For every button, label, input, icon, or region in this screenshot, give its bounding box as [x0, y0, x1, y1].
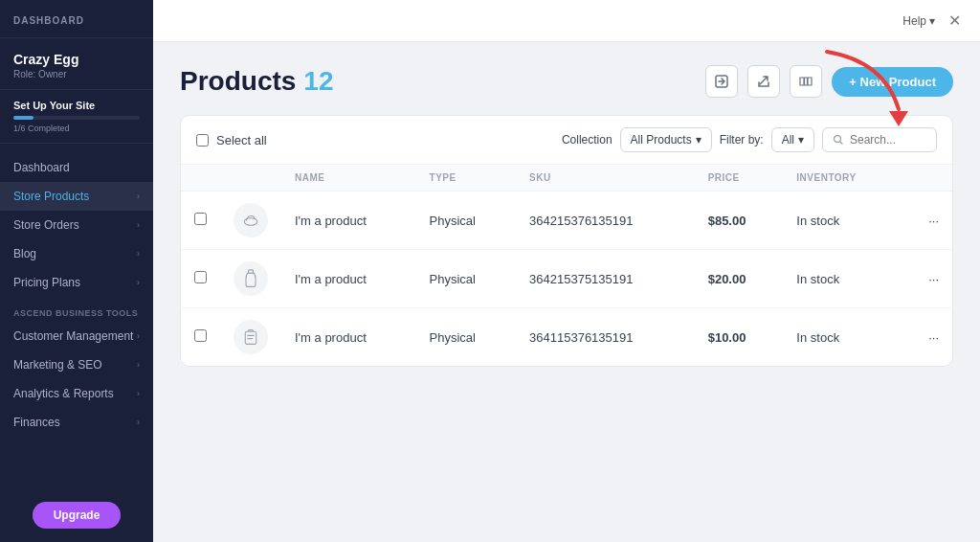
- sidebar-item-store-products[interactable]: Store Products ›: [0, 182, 153, 211]
- select-all-label: Select all: [216, 133, 267, 147]
- chevron-right-icon: ›: [137, 331, 140, 341]
- products-table-card: Select all Collection All Products ▾ Fil…: [180, 115, 953, 367]
- search-icon: [833, 134, 844, 146]
- sidebar-section-title-tools: Ascend Business Tools: [0, 297, 153, 322]
- sidebar-item-label-analytics-reports: Analytics & Reports: [13, 387, 114, 400]
- sidebar-progress-text: 1/6 Completed: [13, 124, 140, 133]
- collection-value: All Products: [631, 133, 692, 147]
- row-inventory: In stock: [783, 250, 902, 308]
- sidebar-item-pricing-plans[interactable]: Pricing Plans ›: [0, 268, 153, 297]
- th-name: NAME: [281, 165, 416, 192]
- sidebar-item-label-customer-management: Customer Management: [13, 329, 133, 343]
- filter-value: All: [782, 133, 794, 147]
- sidebar-item-label-pricing-plans: Pricing Plans: [13, 276, 80, 289]
- sidebar-item-label-store-orders: Store Orders: [13, 218, 79, 232]
- upgrade-button[interactable]: Upgrade: [33, 502, 122, 529]
- select-all-area: Select all: [196, 133, 267, 147]
- search-box: [822, 127, 937, 152]
- row-checkbox-cell: [181, 250, 220, 308]
- row-name: I'm a product: [281, 250, 416, 308]
- row-image-cell: [220, 250, 281, 308]
- bottle-icon: [244, 269, 257, 288]
- th-type: TYPE: [416, 165, 517, 192]
- row-name: I'm a product: [281, 192, 416, 250]
- row-checkbox[interactable]: [194, 213, 207, 225]
- collection-label: Collection: [562, 133, 612, 147]
- columns-icon: [799, 75, 813, 88]
- search-input[interactable]: [850, 133, 926, 147]
- sidebar-item-label-marketing-seo: Marketing & SEO: [13, 358, 102, 372]
- sidebar-item-dashboard[interactable]: Dashboard: [0, 153, 153, 182]
- row-checkbox[interactable]: [194, 271, 207, 283]
- products-table: NAME TYPE SKU PRICE INVENTORY: [181, 165, 952, 366]
- row-inventory: In stock: [783, 192, 902, 250]
- chevron-right-icon: ›: [137, 192, 140, 201]
- sidebar-user-section: Crazy Egg Role: Owner: [0, 38, 153, 90]
- th-price: PRICE: [695, 165, 784, 192]
- sidebar-item-label-blog: Blog: [13, 247, 36, 260]
- sidebar-item-label-dashboard: Dashboard: [13, 161, 70, 174]
- table-row: I'm a product Physical 364215375135191 $…: [181, 250, 952, 308]
- row-price: $20.00: [695, 250, 784, 308]
- import-icon: [715, 75, 728, 88]
- help-menu[interactable]: Help ▾: [902, 14, 935, 28]
- row-name: I'm a product: [281, 308, 416, 367]
- table-filter-group: Collection All Products ▾ Filter by: All…: [562, 127, 937, 152]
- topbar: Help ▾ ✕: [153, 0, 980, 42]
- row-actions-button[interactable]: ···: [902, 192, 952, 250]
- row-price: $85.00: [695, 192, 784, 250]
- progress-bar-fill: [13, 116, 33, 120]
- sidebar-item-marketing-seo[interactable]: Marketing & SEO ›: [0, 350, 153, 379]
- sidebar-setup-section: Set Up Your Site 1/6 Completed: [0, 90, 153, 144]
- filter-dropdown[interactable]: All ▾: [771, 127, 814, 152]
- chevron-right-icon: ›: [137, 389, 140, 398]
- row-actions-button[interactable]: ···: [902, 308, 952, 367]
- sidebar-item-blog[interactable]: Blog ›: [0, 239, 153, 268]
- sidebar-item-label-finances: Finances: [13, 416, 60, 429]
- import-icon-button[interactable]: [705, 65, 738, 98]
- row-type: Physical: [416, 308, 517, 367]
- sidebar-item-store-orders[interactable]: Store Orders ›: [0, 211, 153, 239]
- th-sku: SKU: [516, 165, 695, 192]
- sidebar-item-analytics-reports[interactable]: Analytics & Reports ›: [0, 379, 153, 408]
- row-checkbox[interactable]: [194, 329, 207, 342]
- th-inventory: INVENTORY: [783, 165, 902, 192]
- th-checkbox: [181, 165, 220, 192]
- sidebar-upgrade-section: Upgrade: [0, 488, 153, 542]
- sidebar-item-finances[interactable]: Finances ›: [0, 408, 153, 437]
- sidebar: DASHBOARD Crazy Egg Role: Owner Set Up Y…: [0, 0, 153, 542]
- select-all-checkbox[interactable]: [196, 134, 209, 147]
- export-icon: [757, 75, 770, 88]
- content-area: Products 12: [153, 42, 980, 542]
- row-actions-button[interactable]: ···: [902, 250, 952, 308]
- settings-icon-button[interactable]: [790, 65, 822, 98]
- filter-by-label: Filter by:: [720, 133, 764, 147]
- th-actions: [902, 165, 952, 192]
- row-price: $10.00: [695, 308, 784, 367]
- table-toolbar: Select all Collection All Products ▾ Fil…: [181, 116, 952, 165]
- table-header-row: NAME TYPE SKU PRICE INVENTORY: [181, 165, 952, 192]
- table-row: I'm a product Physical 364115376135191 $…: [181, 308, 952, 367]
- th-image: [220, 165, 281, 192]
- row-type: Physical: [416, 192, 517, 250]
- row-checkbox-cell: [181, 192, 220, 250]
- chevron-right-icon: ›: [137, 360, 140, 370]
- page-title: Products 12: [180, 66, 334, 97]
- new-product-button[interactable]: + New Product: [832, 67, 953, 97]
- chevron-right-icon: ›: [137, 278, 140, 287]
- row-image-cell: [220, 192, 281, 250]
- close-button[interactable]: ✕: [948, 11, 961, 30]
- chevron-down-icon: ▾: [696, 133, 702, 147]
- sidebar-item-customer-management[interactable]: Customer Management ›: [0, 322, 153, 350]
- header-actions: + New Product: [705, 65, 953, 98]
- sidebar-username: Crazy Egg: [13, 52, 140, 67]
- page-title-text: Products: [180, 66, 296, 97]
- row-image-cell: [220, 308, 281, 367]
- sidebar-user-role: Role: Owner: [13, 69, 140, 79]
- svg-rect-5: [245, 331, 256, 344]
- shoe-icon: [242, 212, 259, 229]
- table-row: I'm a product Physical 364215376135191 $…: [181, 192, 952, 250]
- collection-dropdown[interactable]: All Products ▾: [620, 127, 712, 152]
- export-icon-button[interactable]: [747, 65, 780, 98]
- sidebar-item-label-store-products: Store Products: [13, 190, 89, 203]
